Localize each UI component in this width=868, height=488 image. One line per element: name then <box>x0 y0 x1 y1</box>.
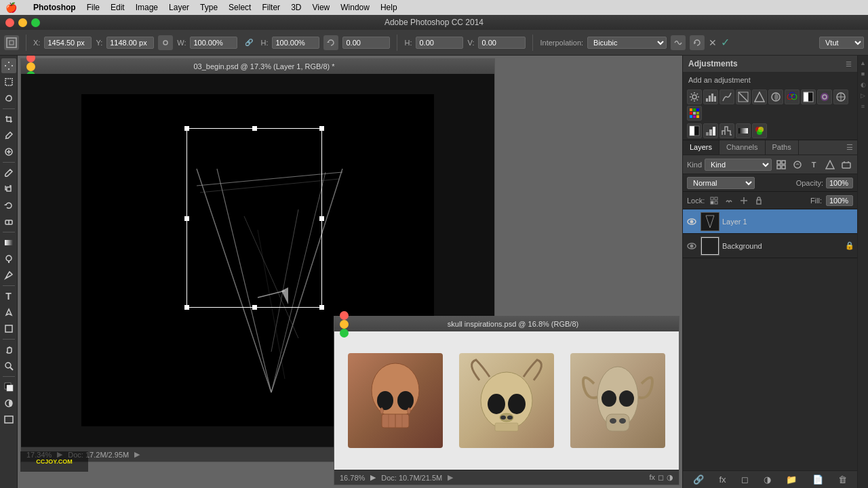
move-tool[interactable] <box>1 58 16 73</box>
adj-invert[interactable] <box>687 123 702 138</box>
skull-zoom-icon[interactable]: ▶ <box>370 473 376 482</box>
background-visibility[interactable] <box>686 240 698 252</box>
new-group-btn[interactable]: 📁 <box>786 474 797 485</box>
tab-layers[interactable]: Layers <box>683 140 719 155</box>
clone-tool[interactable] <box>1 182 16 197</box>
link2-icon[interactable]: 🔗 <box>241 35 256 50</box>
adj-curves[interactable] <box>719 89 734 104</box>
mini-btn-1[interactable]: ▲ <box>859 58 868 68</box>
adj-vibrance[interactable] <box>752 89 767 104</box>
h-value[interactable]: 100.00% <box>272 37 319 49</box>
transform-handle-mid-left[interactable] <box>184 216 189 221</box>
cancel-transform-button[interactable]: ✕ <box>709 37 717 48</box>
skull-minimize-button[interactable] <box>340 320 349 329</box>
hskew-value[interactable]: 0.00 <box>416 37 463 49</box>
vskew-value[interactable]: 0.00 <box>478 37 526 49</box>
lock-transparent-icon[interactable] <box>709 195 719 206</box>
hand-tool[interactable] <box>1 342 16 357</box>
y-value[interactable]: 1148.00 px <box>106 37 154 49</box>
canvas-info-arrow[interactable]: ▶ <box>134 450 140 459</box>
menu-3d[interactable]: 3D <box>291 3 301 12</box>
adj-color-lookup[interactable] <box>687 106 702 121</box>
commit-transform-button[interactable]: ✓ <box>721 36 730 49</box>
skull-maximize-button[interactable] <box>340 329 349 338</box>
transform-handle-top-left[interactable] <box>184 126 189 131</box>
adj-channel-mixer[interactable] <box>833 89 848 104</box>
adj-photo-filter[interactable] <box>817 89 832 104</box>
zoom-tool[interactable] <box>1 359 16 373</box>
link-icon[interactable] <box>158 35 173 50</box>
new-fill-layer-btn[interactable]: ◑ <box>764 474 771 485</box>
lock-all-icon[interactable] <box>753 195 764 206</box>
link-layers-btn[interactable]: 🔗 <box>693 474 704 485</box>
blend-mode-select[interactable]: Normal Dissolve Multiply Screen Overlay … <box>687 177 755 189</box>
app-menu-photoshop[interactable]: Photoshop <box>33 3 76 12</box>
menu-image[interactable]: Image <box>136 3 158 12</box>
transform-handle-bot-right[interactable] <box>319 305 324 310</box>
menu-window[interactable]: Window <box>340 3 370 12</box>
adj-hsl[interactable] <box>768 89 783 104</box>
shape-tool[interactable] <box>1 321 16 336</box>
transform-handle-mid-right[interactable] <box>319 216 324 221</box>
text-tool[interactable]: T <box>1 289 16 304</box>
kind-select[interactable]: Kind Name Effect Mode Attribute Color Sm… <box>705 159 772 171</box>
adj-posterize[interactable] <box>703 123 718 138</box>
menu-view[interactable]: View <box>312 3 330 12</box>
crop-tool[interactable] <box>1 112 16 127</box>
adj-gradient-map[interactable] <box>736 123 751 138</box>
filter-smart-icon[interactable] <box>840 158 853 171</box>
layer1-visibility[interactable] <box>686 216 698 228</box>
mini-btn-5[interactable]: ≡ <box>859 102 868 111</box>
rotate-icon[interactable] <box>323 35 338 50</box>
menu-file[interactable]: File <box>87 3 100 12</box>
adjustments-panel-header[interactable]: Adjustments ☰ <box>683 56 857 72</box>
menu-layer[interactable]: Layer <box>169 3 189 12</box>
transform-mode-icon[interactable] <box>4 35 19 50</box>
filter-shape-icon[interactable] <box>823 158 837 171</box>
add-style-btn[interactable]: fx <box>719 474 726 485</box>
adj-selective-color[interactable] <box>752 123 767 138</box>
foreground-color[interactable] <box>1 380 16 394</box>
adj-brightness[interactable] <box>687 89 702 104</box>
quick-mask-tool[interactable] <box>1 396 16 411</box>
delete-layer-btn[interactable]: 🗑 <box>838 474 847 485</box>
menu-type[interactable]: Type <box>200 3 218 12</box>
adj-exposure[interactable] <box>736 89 751 104</box>
path-select-tool[interactable] <box>1 305 16 320</box>
gradient-tool[interactable] <box>1 235 16 250</box>
brush-tool[interactable] <box>1 165 16 180</box>
fill-value[interactable]: 100% <box>826 195 853 206</box>
mini-btn-3[interactable]: ◐ <box>859 80 868 89</box>
marquee-tool[interactable] <box>1 75 16 89</box>
heal-tool[interactable] <box>1 144 16 159</box>
opacity-value[interactable]: 100% <box>826 178 853 188</box>
adj-levels[interactable] <box>703 89 718 104</box>
apple-menu[interactable]: 🍎 <box>5 2 17 13</box>
transform-handle-bot-center[interactable] <box>252 305 257 310</box>
tab-paths[interactable]: Paths <box>766 140 799 155</box>
screen-mode-tool[interactable] <box>1 412 16 427</box>
eraser-tool[interactable] <box>1 214 16 229</box>
x-value[interactable]: 1454.50 px <box>44 37 92 49</box>
new-layer-btn[interactable]: 📄 <box>812 474 823 485</box>
transform-box[interactable] <box>186 128 322 308</box>
skull-mask-icon[interactable]: ◻ <box>658 473 664 482</box>
layers-panel-menu[interactable]: ☰ <box>842 140 857 155</box>
menu-filter[interactable]: Filter <box>262 3 280 12</box>
transform-handle-bot-left[interactable] <box>184 305 189 310</box>
dodge-tool[interactable] <box>1 251 16 266</box>
history-tool[interactable] <box>1 198 16 213</box>
angle-value[interactable]: 0.00 <box>342 37 390 49</box>
adj-threshold[interactable] <box>719 123 734 138</box>
close-button[interactable] <box>5 18 14 27</box>
skull-adjust-icon[interactable]: ◑ <box>667 473 673 482</box>
menu-help[interactable]: Help <box>380 3 397 12</box>
skull-fx-label[interactable]: fx <box>649 473 655 482</box>
adj-colorbalance[interactable] <box>785 89 800 104</box>
canvas-close-button[interactable] <box>26 56 35 62</box>
minimize-button[interactable] <box>18 18 27 27</box>
layer-item-layer1[interactable]: Layer 1 <box>683 209 857 234</box>
w-value[interactable]: 100.00% <box>190 37 237 49</box>
transform-handle-top-center[interactable] <box>252 126 257 131</box>
canvas-minimize-button[interactable] <box>26 62 35 71</box>
